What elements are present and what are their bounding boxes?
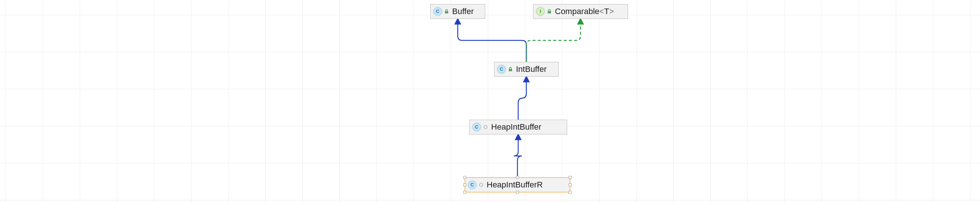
node-label: IntBuffer [516, 65, 547, 74]
node-comparable[interactable]: IComparable<T> [533, 4, 628, 19]
selection-handle[interactable] [463, 191, 466, 194]
class-icon: C [468, 181, 476, 189]
diagram-canvas[interactable]: CBufferIComparable<T>CIntBufferCHeapIntB… [0, 0, 980, 203]
circle-icon [483, 124, 488, 130]
node-heapintbuffer[interactable]: CHeapIntBuffer [469, 120, 567, 135]
selection-handle[interactable] [569, 183, 572, 186]
selection-handle[interactable] [569, 191, 572, 194]
node-label: HeapIntBufferR [487, 180, 542, 190]
selection-handle[interactable] [463, 183, 466, 186]
selection-handle[interactable] [516, 176, 519, 179]
selection-handle[interactable] [569, 176, 572, 179]
selection-handle[interactable] [463, 176, 466, 179]
selection-handle[interactable] [516, 191, 519, 194]
lock-icon [547, 9, 552, 14]
node-label: HeapIntBuffer [491, 122, 541, 132]
node-buffer[interactable]: CBuffer [430, 4, 485, 19]
class-icon: C [473, 123, 481, 131]
node-label: Buffer [452, 7, 474, 16]
class-icon: C [434, 7, 442, 16]
lock-icon [444, 9, 449, 14]
node-label: Comparable<T> [555, 7, 614, 16]
node-heapintbufferr[interactable]: CHeapIntBufferR [465, 178, 570, 192]
class-icon: C [498, 65, 506, 73]
svg-point-1 [480, 183, 483, 187]
lock-icon [508, 67, 513, 72]
circle-icon [479, 182, 484, 187]
node-intbuffer[interactable]: CIntBuffer [494, 62, 558, 77]
svg-point-0 [484, 125, 487, 129]
interface-icon: I [536, 7, 544, 16]
